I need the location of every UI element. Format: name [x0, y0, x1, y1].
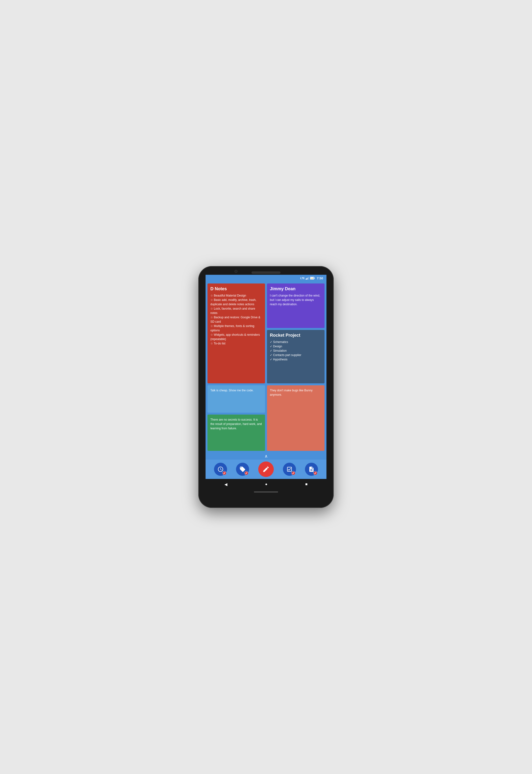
- home-button[interactable]: ●: [265, 482, 267, 486]
- nav-main-edit-circle: [258, 461, 274, 477]
- svg-rect-3: [309, 277, 309, 280]
- note-rocket-project-body: ✓ Schematics ✓ Design ✓ Simulation ✓ Con…: [270, 340, 322, 362]
- alarm-badge: [222, 471, 227, 475]
- svg-rect-1: [307, 278, 307, 280]
- note-d-notes-title: D Notes: [210, 286, 262, 291]
- note-rocket-project-title: Rocket Project: [270, 333, 322, 338]
- nav-main-edit-widget[interactable]: [258, 461, 274, 477]
- note-jimmy-dean-title: Jimmy Dean: [270, 286, 322, 291]
- note-bugs[interactable]: They don't make bugs like Bunny anymore.: [267, 385, 325, 451]
- svg-rect-2: [308, 277, 308, 280]
- note-d-notes[interactable]: D Notes ☆ Beautiful Material Design ☆ Ba…: [207, 283, 265, 383]
- edit-badge-icon3: [292, 472, 295, 474]
- note-bugs-body: They don't make bugs like Bunny anymore.: [270, 388, 322, 397]
- edit-badge-icon2: [245, 472, 248, 474]
- home-indicator: [254, 491, 278, 492]
- phone-device: LTE ⚡ 7:50: [198, 266, 334, 508]
- notes-grid: D Notes ☆ Beautiful Material Design ☆ Ba…: [206, 282, 326, 453]
- phone-chin: [254, 490, 278, 500]
- edit-badge-icon: [223, 472, 226, 474]
- lte-indicator: LTE: [300, 277, 305, 280]
- chevron-up-icon: ∧: [265, 454, 268, 459]
- note-rocket-project[interactable]: Rocket Project ✓ Schematics ✓ Design ✓ S…: [267, 330, 325, 383]
- status-bar: LTE ⚡ 7:50: [206, 275, 326, 282]
- front-camera: [235, 270, 237, 273]
- note-d-notes-body: ☆ Beautiful Material Design ☆ Basic add,…: [210, 293, 262, 346]
- back-button[interactable]: ◀: [224, 482, 227, 487]
- edit-badge-icon4: [314, 472, 317, 474]
- nav-checklist-widget[interactable]: [283, 463, 296, 476]
- note-jimmy-dean-body: I can't change the direction of the wind…: [270, 293, 322, 306]
- chevron-area[interactable]: ∧: [206, 453, 326, 460]
- speaker: [251, 271, 281, 274]
- phone-screen: LTE ⚡ 7:50: [206, 275, 326, 490]
- system-nav: ◀ ● ■: [206, 479, 326, 490]
- main-edit-icon: [262, 466, 270, 473]
- nav-alarm-widget[interactable]: [214, 463, 227, 476]
- tag-badge: [244, 471, 249, 475]
- document-badge: [313, 471, 318, 475]
- svg-text:⚡: ⚡: [311, 277, 313, 280]
- svg-rect-5: [314, 278, 315, 279]
- signal-icon: [306, 277, 309, 280]
- note-talk-cheap[interactable]: Talk is cheap. Show me the code.: [207, 385, 265, 413]
- nav-tag-widget[interactable]: [236, 463, 249, 476]
- note-success-body: There are no secrets to success. It is t…: [210, 417, 262, 431]
- nav-document-widget[interactable]: [305, 463, 318, 476]
- note-success[interactable]: There are no secrets to success. It is t…: [207, 415, 265, 451]
- checklist-badge: [291, 471, 296, 475]
- status-time: 7:50: [317, 276, 323, 280]
- bottom-nav: [206, 460, 326, 479]
- status-icons: LTE ⚡ 7:50: [300, 276, 323, 280]
- battery-icon: ⚡: [310, 277, 315, 280]
- note-jimmy-dean[interactable]: Jimmy Dean I can't change the direction …: [267, 283, 325, 328]
- svg-rect-0: [306, 279, 306, 280]
- recents-button[interactable]: ■: [305, 482, 308, 486]
- note-talk-cheap-body: Talk is cheap. Show me the code.: [210, 388, 262, 393]
